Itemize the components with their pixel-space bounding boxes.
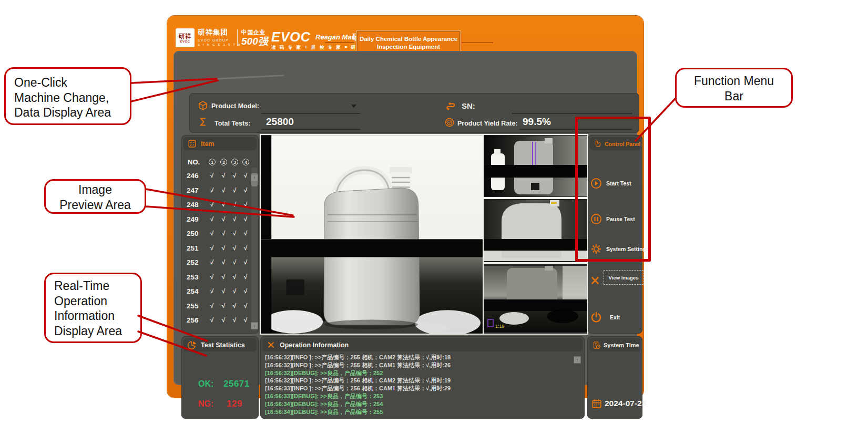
item-row-number: 247 — [187, 186, 199, 194]
item-panel: Item NO.1234 246√√√√247√√√√248√√√√249√√√… — [181, 135, 259, 334]
item-check: √ — [220, 186, 227, 194]
item-scroll-down-button[interactable]: ↓ — [251, 322, 258, 329]
system-time-icon — [593, 341, 601, 349]
item-col-circled-2: 2 — [220, 159, 227, 165]
item-check: √ — [208, 287, 216, 295]
callout-one-click-line3: Data Display Area — [14, 105, 130, 120]
item-row[interactable]: 252√√√√ — [181, 258, 259, 269]
total-tests-value: 25800 — [266, 116, 294, 128]
item-check: √ — [220, 287, 227, 295]
item-scroll-up-button[interactable]: ↑ — [251, 174, 258, 181]
view-images-button[interactable]: View Images — [590, 273, 640, 288]
logo-rank-bottom: 500强 — [241, 36, 268, 46]
item-check: √ — [208, 172, 216, 179]
logo-brand: EVOC — [271, 29, 311, 45]
main-preview-image — [261, 135, 483, 334]
exit-button[interactable]: Exit — [590, 309, 640, 325]
item-table-header: NO.1234 — [181, 158, 259, 168]
callout-realtime: Real-Time Operation Information Display … — [44, 273, 142, 343]
ok-value: 25671 — [223, 379, 250, 389]
total-tests-underline — [261, 129, 360, 130]
thumbnail-1-photo — [484, 135, 587, 197]
item-row[interactable]: 255√√√√ — [181, 302, 259, 313]
dropdown-caret-icon[interactable] — [351, 105, 356, 108]
item-row[interactable]: 254√√√√ — [181, 287, 259, 298]
item-check: √ — [208, 302, 216, 309]
item-row[interactable]: 250√√√√ — [181, 230, 259, 240]
item-check: √ — [242, 230, 249, 237]
callout-image-preview: Image Preview Area — [44, 179, 146, 214]
item-scrollbar-track[interactable] — [251, 168, 258, 330]
log-scroll-up-button[interactable]: ↑ — [574, 356, 581, 364]
item-row[interactable]: 247√√√√ — [181, 186, 259, 197]
logo-since: S I N C E 1 9 7 8 — [198, 43, 241, 46]
item-row-number: 250 — [187, 230, 199, 237]
item-check: √ — [220, 244, 227, 252]
view-images-box[interactable]: View Images — [604, 270, 644, 285]
item-row[interactable]: 256√√√√ — [181, 316, 259, 327]
operation-info-panel: Operation Information [16:56:32][INFO ]:… — [260, 336, 585, 419]
item-check: √ — [242, 172, 249, 179]
callout-realtime-line2: Operation — [54, 294, 140, 309]
item-row[interactable]: 246√√√√ — [181, 172, 259, 182]
callout-one-click: One-Click Machine Change, Data Display A… — [4, 67, 131, 125]
item-row[interactable]: 251√√√√ — [181, 244, 259, 255]
ng-value: 129 — [227, 399, 242, 409]
item-col-circled-4: 4 — [242, 159, 249, 165]
item-check: √ — [208, 258, 216, 266]
item-row[interactable]: 248√√√√ — [181, 201, 259, 211]
function-menu-highlight-rect — [575, 117, 651, 262]
app-title-line2: Inspection Equipment — [377, 43, 440, 51]
item-check: √ — [231, 273, 238, 281]
log-line: [16:56:32][INFO ]: >>产品编号：255 相机：CAM2 算法… — [265, 354, 571, 361]
sn-underline — [512, 113, 632, 114]
exit-icon — [590, 311, 603, 324]
bottle-photo — [261, 135, 483, 334]
item-check: √ — [220, 302, 227, 309]
item-check: √ — [220, 316, 227, 324]
operation-info-title: Operation Information — [280, 341, 349, 349]
item-row-number: 254 — [187, 287, 199, 295]
callout-image-preview-line2: Preview Area — [46, 198, 145, 213]
item-row-number: 246 — [187, 172, 199, 180]
header-deco-left — [325, 42, 354, 43]
item-row-number: 253 — [187, 273, 199, 281]
app-body: Product Model: Total Tests: 25800 SN: — [173, 51, 637, 385]
item-row[interactable]: 249√√√√ — [181, 215, 259, 226]
operation-log[interactable]: [16:56:32][INFO ]: >>产品编号：255 相机：CAM2 算法… — [265, 354, 571, 417]
item-check: √ — [242, 215, 249, 223]
item-check: √ — [242, 273, 249, 281]
item-check: √ — [208, 186, 216, 194]
log-line: [16:56:34][DEBUG]: >>良品，产品编号：255 — [265, 408, 571, 416]
item-check: √ — [242, 244, 249, 252]
callout-realtime-line4: Display Area — [54, 324, 140, 339]
item-check: √ — [231, 258, 238, 266]
app-window: 研祥 EVOC 研祥集团 EVOC GROUP S I N C E 1 9 7 … — [167, 16, 644, 398]
thumbnail-2-photo — [484, 199, 587, 262]
item-check: √ — [220, 215, 227, 223]
log-line: [16:56:33][INFO ]: >>产品编号：256 相机：CAM1 算法… — [265, 385, 571, 392]
item-check: √ — [220, 201, 227, 208]
item-check: √ — [208, 273, 216, 281]
yield-label: Product Yield Rate: — [457, 120, 518, 127]
callout-image-preview-line1: Image — [46, 182, 145, 198]
view-images-label: View Images — [609, 275, 639, 281]
log-line: [16:56:34][DEBUG]: >>良品，产品编号：254 — [265, 400, 571, 408]
item-row-number: 251 — [187, 244, 199, 252]
log-line: [16:56:32][INFO ]: >>产品编号：255 相机：CAM1 算法… — [265, 361, 571, 369]
item-row[interactable]: 253√√√√ — [181, 273, 259, 284]
item-check: √ — [231, 302, 238, 309]
item-check: √ — [231, 230, 238, 237]
item-check: √ — [208, 316, 216, 324]
log-line: [16:56:33][DEBUG]: >>良品，产品编号：253 — [265, 392, 571, 400]
item-panel-title: Item — [201, 140, 215, 148]
logo-group-en: EVOC GROUP — [198, 38, 241, 42]
thumbnail-3-photo: 1:19 — [484, 264, 587, 334]
item-check: √ — [231, 186, 238, 194]
item-check: √ — [220, 258, 227, 266]
date-row: 2024-07-23 — [591, 398, 646, 409]
item-check: √ — [220, 230, 227, 237]
callout-one-click-line2: Machine Change, — [14, 90, 130, 106]
log-line: [16:56:32][INFO ]: >>产品编号：256 相机：CAM2 算法… — [265, 377, 571, 385]
callout-function-menu: Function Menu Bar — [675, 68, 793, 108]
